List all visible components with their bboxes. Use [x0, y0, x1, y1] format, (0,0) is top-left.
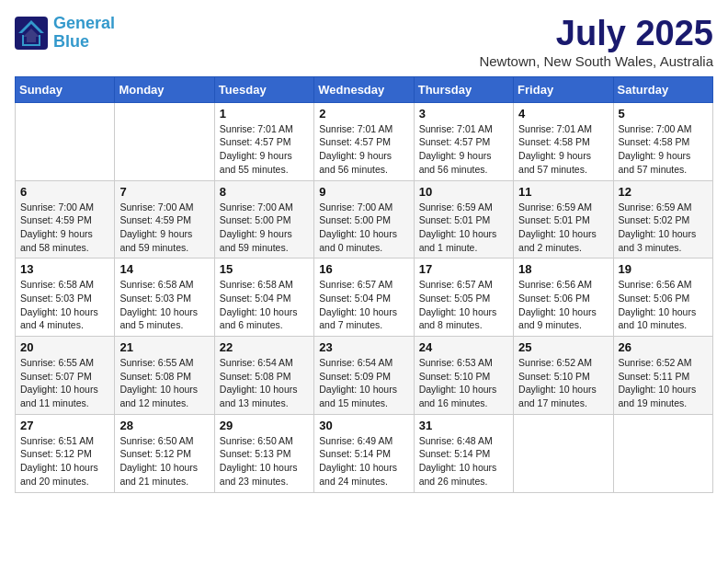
day-number: 31 — [419, 419, 508, 432]
logo-icon — [15, 17, 48, 50]
calendar-cell: 15Sunrise: 6:58 AM Sunset: 5:04 PM Dayli… — [214, 259, 313, 337]
day-number: 1 — [220, 107, 309, 121]
day-number: 13 — [20, 262, 109, 276]
weekday-header: Tuesday — [214, 76, 313, 102]
day-info: Sunrise: 7:00 AM Sunset: 5:00 PM Dayligh… — [319, 201, 408, 255]
calendar-cell: 1Sunrise: 7:01 AM Sunset: 4:57 PM Daylig… — [214, 102, 313, 180]
calendar-week-row: 6Sunrise: 7:00 AM Sunset: 4:59 PM Daylig… — [16, 180, 713, 259]
day-info: Sunrise: 6:58 AM Sunset: 5:03 PM Dayligh… — [20, 278, 109, 332]
day-number: 11 — [518, 185, 608, 199]
day-info: Sunrise: 6:59 AM Sunset: 5:01 PM Dayligh… — [518, 201, 608, 255]
calendar-cell: 8Sunrise: 7:00 AM Sunset: 5:00 PM Daylig… — [214, 180, 313, 259]
day-info: Sunrise: 6:59 AM Sunset: 5:02 PM Dayligh… — [619, 201, 708, 255]
day-info: Sunrise: 6:49 AM Sunset: 5:14 PM Dayligh… — [319, 434, 408, 488]
calendar-cell: 16Sunrise: 6:57 AM Sunset: 5:04 PM Dayli… — [314, 259, 414, 337]
day-number: 7 — [119, 185, 209, 199]
day-number: 6 — [20, 185, 109, 199]
day-info: Sunrise: 6:53 AM Sunset: 5:10 PM Dayligh… — [419, 356, 508, 410]
day-number: 17 — [419, 262, 508, 276]
day-info: Sunrise: 6:57 AM Sunset: 5:04 PM Dayligh… — [319, 278, 408, 332]
day-number: 15 — [220, 262, 309, 276]
day-number: 26 — [619, 340, 708, 354]
day-number: 8 — [220, 185, 309, 199]
day-number: 19 — [619, 262, 708, 276]
weekday-header: Saturday — [613, 76, 712, 102]
day-number: 12 — [619, 185, 708, 199]
day-number: 21 — [119, 340, 209, 354]
page-header: General Blue July 2025 Newtown, New Sout… — [15, 15, 713, 69]
day-number: 18 — [518, 262, 608, 276]
day-number: 4 — [518, 107, 608, 121]
calendar-cell: 28Sunrise: 6:50 AM Sunset: 5:12 PM Dayli… — [115, 414, 214, 492]
day-info: Sunrise: 7:01 AM Sunset: 4:57 PM Dayligh… — [319, 122, 408, 177]
day-info: Sunrise: 7:01 AM Sunset: 4:57 PM Dayligh… — [220, 122, 309, 177]
day-info: Sunrise: 6:50 AM Sunset: 5:13 PM Dayligh… — [220, 434, 309, 488]
day-number: 9 — [319, 185, 408, 199]
day-number: 30 — [319, 419, 408, 432]
calendar-week-row: 1Sunrise: 7:01 AM Sunset: 4:57 PM Daylig… — [16, 102, 713, 180]
day-info: Sunrise: 7:00 AM Sunset: 5:00 PM Dayligh… — [220, 201, 309, 255]
day-number: 23 — [319, 340, 408, 354]
calendar-cell — [16, 102, 115, 180]
day-number: 22 — [220, 340, 309, 354]
calendar-cell: 21Sunrise: 6:55 AM Sunset: 5:08 PM Dayli… — [115, 337, 214, 415]
month-title: July 2025 — [479, 15, 713, 53]
calendar-cell: 17Sunrise: 6:57 AM Sunset: 5:05 PM Dayli… — [414, 259, 513, 337]
calendar-cell: 13Sunrise: 6:58 AM Sunset: 5:03 PM Dayli… — [16, 259, 115, 337]
day-info: Sunrise: 7:01 AM Sunset: 4:57 PM Dayligh… — [419, 122, 508, 177]
day-number: 14 — [119, 262, 209, 276]
logo-text: General Blue — [53, 15, 115, 52]
day-info: Sunrise: 6:58 AM Sunset: 5:03 PM Dayligh… — [119, 278, 209, 332]
weekday-header: Monday — [115, 76, 214, 102]
calendar-cell: 31Sunrise: 6:48 AM Sunset: 5:14 PM Dayli… — [414, 414, 513, 492]
location: Newtown, New South Wales, Australia — [479, 53, 713, 69]
calendar-cell: 10Sunrise: 6:59 AM Sunset: 5:01 PM Dayli… — [414, 180, 513, 259]
calendar-cell: 20Sunrise: 6:55 AM Sunset: 5:07 PM Dayli… — [16, 337, 115, 415]
calendar-cell: 4Sunrise: 7:01 AM Sunset: 4:58 PM Daylig… — [514, 102, 613, 180]
calendar-cell — [115, 102, 214, 180]
calendar-week-row: 20Sunrise: 6:55 AM Sunset: 5:07 PM Dayli… — [16, 337, 713, 415]
calendar-cell: 5Sunrise: 7:00 AM Sunset: 4:58 PM Daylig… — [613, 102, 712, 180]
logo: General Blue — [15, 15, 115, 52]
day-info: Sunrise: 6:56 AM Sunset: 5:06 PM Dayligh… — [518, 278, 608, 332]
calendar-cell — [613, 414, 712, 492]
day-number: 27 — [20, 419, 109, 432]
day-number: 2 — [319, 107, 408, 121]
day-info: Sunrise: 7:00 AM Sunset: 4:59 PM Dayligh… — [119, 201, 209, 255]
day-info: Sunrise: 6:55 AM Sunset: 5:08 PM Dayligh… — [119, 356, 209, 410]
weekday-header: Friday — [514, 76, 613, 102]
day-info: Sunrise: 6:55 AM Sunset: 5:07 PM Dayligh… — [20, 356, 109, 410]
day-number: 24 — [419, 340, 508, 354]
day-number: 5 — [619, 107, 708, 121]
calendar-cell: 19Sunrise: 6:56 AM Sunset: 5:06 PM Dayli… — [613, 259, 712, 337]
calendar-cell: 24Sunrise: 6:53 AM Sunset: 5:10 PM Dayli… — [414, 337, 513, 415]
day-info: Sunrise: 6:56 AM Sunset: 5:06 PM Dayligh… — [619, 278, 708, 332]
weekday-header: Thursday — [414, 76, 513, 102]
calendar-cell: 18Sunrise: 6:56 AM Sunset: 5:06 PM Dayli… — [514, 259, 613, 337]
calendar-cell: 27Sunrise: 6:51 AM Sunset: 5:12 PM Dayli… — [16, 414, 115, 492]
calendar-cell: 9Sunrise: 7:00 AM Sunset: 5:00 PM Daylig… — [314, 180, 414, 259]
calendar-week-row: 13Sunrise: 6:58 AM Sunset: 5:03 PM Dayli… — [16, 259, 713, 337]
calendar-cell: 2Sunrise: 7:01 AM Sunset: 4:57 PM Daylig… — [314, 102, 414, 180]
day-info: Sunrise: 7:01 AM Sunset: 4:58 PM Dayligh… — [518, 122, 608, 177]
weekday-header: Wednesday — [314, 76, 414, 102]
calendar-cell — [514, 414, 613, 492]
day-number: 16 — [319, 262, 408, 276]
calendar-table: SundayMondayTuesdayWednesdayThursdayFrid… — [15, 76, 713, 493]
day-info: Sunrise: 7:00 AM Sunset: 4:59 PM Dayligh… — [20, 201, 109, 255]
day-info: Sunrise: 6:52 AM Sunset: 5:10 PM Dayligh… — [518, 356, 608, 410]
calendar-cell: 7Sunrise: 7:00 AM Sunset: 4:59 PM Daylig… — [115, 180, 214, 259]
day-info: Sunrise: 6:50 AM Sunset: 5:12 PM Dayligh… — [119, 434, 209, 488]
day-info: Sunrise: 6:59 AM Sunset: 5:01 PM Dayligh… — [419, 201, 508, 255]
calendar-cell: 23Sunrise: 6:54 AM Sunset: 5:09 PM Dayli… — [314, 337, 414, 415]
calendar-cell: 29Sunrise: 6:50 AM Sunset: 5:13 PM Dayli… — [214, 414, 313, 492]
title-block: July 2025 Newtown, New South Wales, Aust… — [479, 15, 713, 69]
calendar-cell: 11Sunrise: 6:59 AM Sunset: 5:01 PM Dayli… — [514, 180, 613, 259]
day-info: Sunrise: 6:54 AM Sunset: 5:09 PM Dayligh… — [319, 356, 408, 410]
day-number: 10 — [419, 185, 508, 199]
day-number: 28 — [119, 419, 209, 432]
calendar-cell: 12Sunrise: 6:59 AM Sunset: 5:02 PM Dayli… — [613, 180, 712, 259]
calendar-cell: 26Sunrise: 6:52 AM Sunset: 5:11 PM Dayli… — [613, 337, 712, 415]
day-info: Sunrise: 7:00 AM Sunset: 4:58 PM Dayligh… — [619, 122, 708, 177]
calendar-cell: 25Sunrise: 6:52 AM Sunset: 5:10 PM Dayli… — [514, 337, 613, 415]
